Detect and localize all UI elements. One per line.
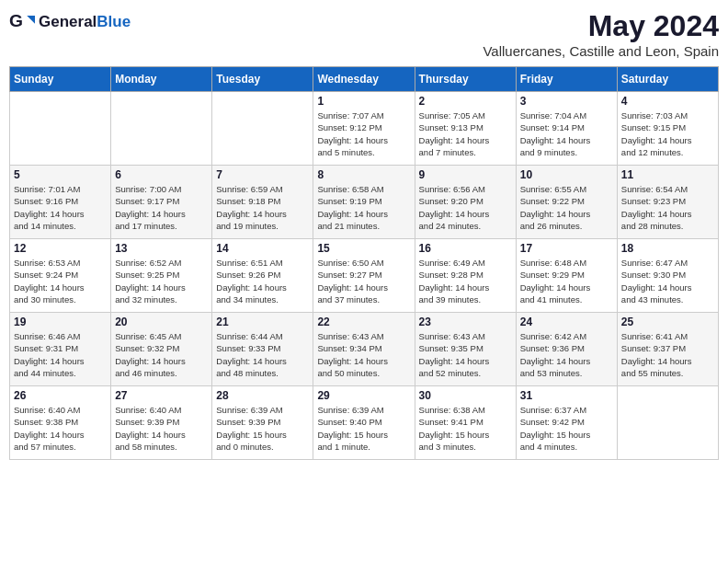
day-number: 11 [621, 168, 714, 181]
calendar-header: SundayMondayTuesdayWednesdayThursdayFrid… [10, 67, 719, 92]
location-title: Valluercanes, Castille and Leon, Spain [483, 43, 719, 59]
month-title: May 2024 [483, 9, 719, 43]
day-number: 18 [621, 242, 714, 255]
calendar-cell: 22Sunrise: 6:43 AM Sunset: 9:34 PM Dayli… [313, 313, 415, 386]
day-number: 17 [520, 242, 613, 255]
day-number: 16 [419, 242, 512, 255]
calendar-body: 1Sunrise: 7:07 AM Sunset: 9:12 PM Daylig… [10, 92, 719, 460]
calendar-cell: 16Sunrise: 6:49 AM Sunset: 9:28 PM Dayli… [415, 239, 516, 313]
calendar-cell: 26Sunrise: 6:40 AM Sunset: 9:38 PM Dayli… [10, 386, 111, 460]
calendar-cell: 17Sunrise: 6:48 AM Sunset: 9:29 PM Dayli… [516, 239, 617, 313]
day-info: Sunrise: 6:38 AM Sunset: 9:41 PM Dayligh… [419, 404, 512, 453]
calendar-cell [617, 386, 718, 460]
day-number: 25 [621, 316, 714, 328]
day-number: 7 [216, 168, 309, 181]
day-number: 2 [419, 95, 512, 108]
calendar-cell: 2Sunrise: 7:05 AM Sunset: 9:13 PM Daylig… [415, 92, 516, 166]
weekday-header-row: SundayMondayTuesdayWednesdayThursdayFrid… [10, 67, 719, 92]
day-info: Sunrise: 6:40 AM Sunset: 9:38 PM Dayligh… [14, 404, 107, 453]
day-info: Sunrise: 7:04 AM Sunset: 9:14 PM Dayligh… [520, 109, 613, 158]
calendar-cell: 29Sunrise: 6:39 AM Sunset: 9:40 PM Dayli… [313, 386, 415, 460]
day-info: Sunrise: 6:51 AM Sunset: 9:26 PM Dayligh… [216, 257, 309, 305]
calendar-cell: 14Sunrise: 6:51 AM Sunset: 9:26 PM Dayli… [212, 239, 313, 313]
calendar-cell: 15Sunrise: 6:50 AM Sunset: 9:27 PM Dayli… [313, 239, 415, 313]
calendar-cell [10, 92, 111, 166]
day-number: 14 [216, 242, 309, 255]
day-info: Sunrise: 6:54 AM Sunset: 9:23 PM Dayligh… [621, 183, 714, 232]
day-number: 1 [317, 95, 410, 108]
weekday-header-wednesday: Wednesday [313, 67, 415, 92]
calendar-cell: 30Sunrise: 6:38 AM Sunset: 9:41 PM Dayli… [415, 386, 516, 460]
week-row-3: 12Sunrise: 6:53 AM Sunset: 9:24 PM Dayli… [10, 239, 719, 313]
title-area: May 2024 Valluercanes, Castille and Leon… [483, 9, 719, 59]
calendar-cell: 21Sunrise: 6:44 AM Sunset: 9:33 PM Dayli… [212, 313, 313, 386]
calendar-cell: 24Sunrise: 6:42 AM Sunset: 9:36 PM Dayli… [516, 313, 617, 386]
calendar-table: SundayMondayTuesdayWednesdayThursdayFrid… [9, 66, 719, 460]
day-number: 4 [621, 95, 714, 108]
logo: G GeneralBlue [9, 9, 131, 35]
calendar-cell: 28Sunrise: 6:39 AM Sunset: 9:39 PM Dayli… [212, 386, 313, 460]
calendar-cell: 27Sunrise: 6:40 AM Sunset: 9:39 PM Dayli… [111, 386, 212, 460]
day-info: Sunrise: 7:07 AM Sunset: 9:12 PM Dayligh… [317, 109, 410, 158]
day-number: 26 [14, 389, 107, 402]
day-info: Sunrise: 6:50 AM Sunset: 9:27 PM Dayligh… [317, 257, 410, 305]
svg-marker-1 [27, 16, 35, 24]
day-info: Sunrise: 6:48 AM Sunset: 9:29 PM Dayligh… [520, 257, 613, 305]
day-number: 15 [317, 242, 410, 255]
calendar-cell: 3Sunrise: 7:04 AM Sunset: 9:14 PM Daylig… [516, 92, 617, 166]
day-info: Sunrise: 6:37 AM Sunset: 9:42 PM Dayligh… [520, 404, 613, 453]
day-info: Sunrise: 6:39 AM Sunset: 9:40 PM Dayligh… [317, 404, 410, 453]
day-number: 31 [520, 389, 613, 402]
day-info: Sunrise: 6:58 AM Sunset: 9:19 PM Dayligh… [317, 183, 410, 232]
day-info: Sunrise: 6:43 AM Sunset: 9:35 PM Dayligh… [419, 330, 512, 379]
calendar-cell [111, 92, 212, 166]
calendar-cell: 20Sunrise: 6:45 AM Sunset: 9:32 PM Dayli… [111, 313, 212, 386]
calendar-cell: 4Sunrise: 7:03 AM Sunset: 9:15 PM Daylig… [617, 92, 718, 166]
page-header: G GeneralBlue May 2024 Valluercanes, Cas… [9, 9, 719, 59]
day-number: 12 [14, 242, 107, 255]
week-row-4: 19Sunrise: 6:46 AM Sunset: 9:31 PM Dayli… [10, 313, 719, 386]
calendar-cell: 31Sunrise: 6:37 AM Sunset: 9:42 PM Dayli… [516, 386, 617, 460]
calendar-cell: 5Sunrise: 7:01 AM Sunset: 9:16 PM Daylig… [10, 166, 111, 239]
week-row-1: 1Sunrise: 7:07 AM Sunset: 9:12 PM Daylig… [10, 92, 719, 166]
day-info: Sunrise: 6:45 AM Sunset: 9:32 PM Dayligh… [115, 330, 208, 379]
day-info: Sunrise: 6:56 AM Sunset: 9:20 PM Dayligh… [419, 183, 512, 232]
svg-text:G: G [9, 11, 23, 30]
calendar-cell: 25Sunrise: 6:41 AM Sunset: 9:37 PM Dayli… [617, 313, 718, 386]
weekday-header-saturday: Saturday [617, 67, 718, 92]
day-info: Sunrise: 6:52 AM Sunset: 9:25 PM Dayligh… [115, 257, 208, 305]
day-info: Sunrise: 6:43 AM Sunset: 9:34 PM Dayligh… [317, 330, 410, 379]
weekday-header-sunday: Sunday [10, 67, 111, 92]
day-info: Sunrise: 6:44 AM Sunset: 9:33 PM Dayligh… [216, 330, 309, 379]
day-number: 5 [14, 168, 107, 181]
day-number: 13 [115, 242, 208, 255]
week-row-5: 26Sunrise: 6:40 AM Sunset: 9:38 PM Dayli… [10, 386, 719, 460]
day-info: Sunrise: 7:01 AM Sunset: 9:16 PM Dayligh… [14, 183, 107, 232]
day-info: Sunrise: 6:39 AM Sunset: 9:39 PM Dayligh… [216, 404, 309, 453]
day-info: Sunrise: 6:42 AM Sunset: 9:36 PM Dayligh… [520, 330, 613, 379]
day-number: 27 [115, 389, 208, 402]
calendar-cell [212, 92, 313, 166]
calendar-cell: 18Sunrise: 6:47 AM Sunset: 9:30 PM Dayli… [617, 239, 718, 313]
weekday-header-thursday: Thursday [415, 67, 516, 92]
calendar-cell: 19Sunrise: 6:46 AM Sunset: 9:31 PM Dayli… [10, 313, 111, 386]
week-row-2: 5Sunrise: 7:01 AM Sunset: 9:16 PM Daylig… [10, 166, 719, 239]
logo-text-blue: Blue [97, 13, 131, 30]
day-number: 22 [317, 316, 410, 328]
day-info: Sunrise: 6:55 AM Sunset: 9:22 PM Dayligh… [520, 183, 613, 232]
weekday-header-tuesday: Tuesday [212, 67, 313, 92]
calendar-cell: 1Sunrise: 7:07 AM Sunset: 9:12 PM Daylig… [313, 92, 415, 166]
day-info: Sunrise: 6:47 AM Sunset: 9:30 PM Dayligh… [621, 257, 714, 305]
day-number: 30 [419, 389, 512, 402]
day-number: 6 [115, 168, 208, 181]
day-info: Sunrise: 7:03 AM Sunset: 9:15 PM Dayligh… [621, 109, 714, 158]
day-number: 28 [216, 389, 309, 402]
calendar-cell: 6Sunrise: 7:00 AM Sunset: 9:17 PM Daylig… [111, 166, 212, 239]
calendar-cell: 12Sunrise: 6:53 AM Sunset: 9:24 PM Dayli… [10, 239, 111, 313]
day-number: 3 [520, 95, 613, 108]
day-number: 10 [520, 168, 613, 181]
weekday-header-friday: Friday [516, 67, 617, 92]
calendar-cell: 9Sunrise: 6:56 AM Sunset: 9:20 PM Daylig… [415, 166, 516, 239]
day-info: Sunrise: 7:05 AM Sunset: 9:13 PM Dayligh… [419, 109, 512, 158]
weekday-header-monday: Monday [111, 67, 212, 92]
